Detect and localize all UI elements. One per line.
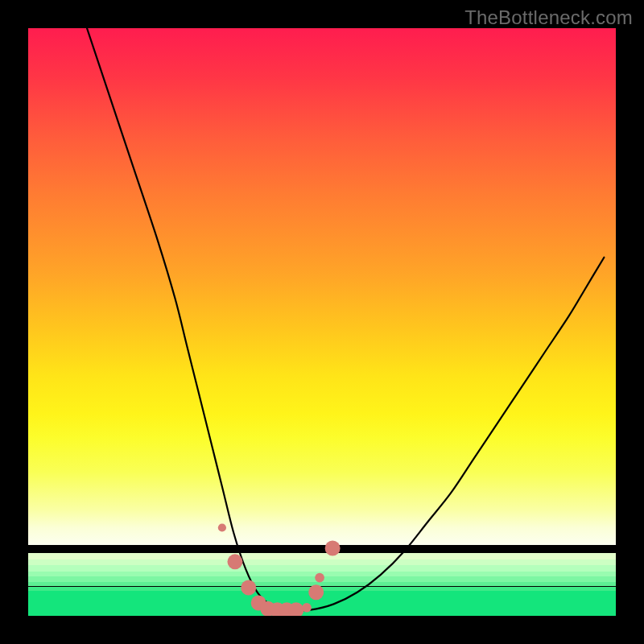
- branding-watermark: TheBottleneck.com: [464, 6, 633, 29]
- curve-marker: [315, 573, 324, 583]
- curve-markers: [218, 523, 341, 616]
- curve-marker: [308, 584, 324, 600]
- chart-frame: TheBottleneck.com: [0, 0, 644, 644]
- branding-text: TheBottleneck.com: [464, 6, 633, 28]
- bottleneck-curve: [87, 28, 604, 610]
- curve-marker: [302, 603, 312, 613]
- curve-marker: [227, 554, 242, 569]
- curve-marker: [325, 541, 341, 556]
- plot-area: [28, 28, 616, 616]
- curve-marker: [218, 523, 226, 531]
- bottleneck-curve-svg: [28, 28, 616, 616]
- curve-marker: [241, 580, 256, 595]
